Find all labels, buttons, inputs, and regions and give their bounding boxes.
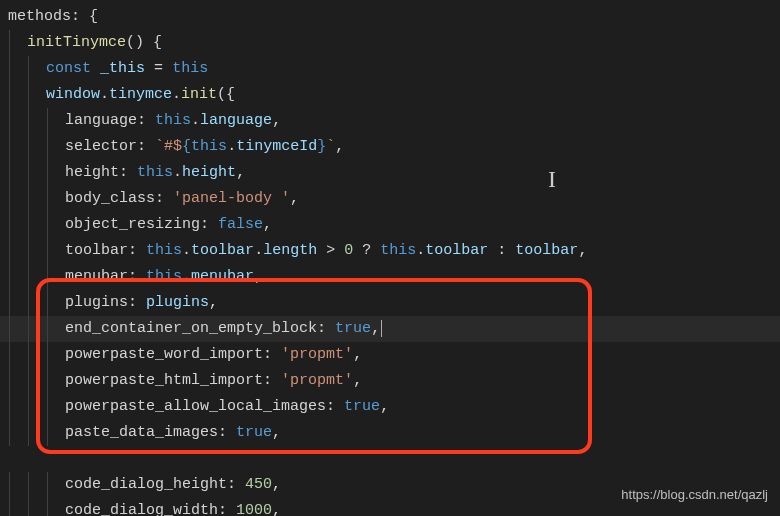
- code-line: powerpaste_html_import: 'propmt',: [0, 368, 780, 394]
- token-prop: methods: [8, 8, 71, 25]
- code-line: const _this = this: [0, 56, 780, 82]
- code-line: selector: `#${this.tinymceId}`,: [0, 134, 780, 160]
- code-line: language: this.language,: [0, 108, 780, 134]
- code-line: object_resizing: false,: [0, 212, 780, 238]
- code-line: methods: {: [0, 4, 780, 30]
- token-fn: initTinymce: [27, 34, 126, 51]
- code-line: powerpaste_word_import: 'propmt',: [0, 342, 780, 368]
- cursor-caret: [381, 320, 391, 337]
- token-keyword: const: [46, 60, 91, 77]
- code-line: powerpaste_allow_local_images: true,: [0, 394, 780, 420]
- code-line: toolbar: this.toolbar.length > 0 ? this.…: [0, 238, 780, 264]
- code-line: initTinymce() {: [0, 30, 780, 56]
- code-line: [0, 446, 780, 472]
- code-line-current: end_container_on_empty_block: true,: [0, 316, 780, 342]
- code-line: window.tinymce.init({: [0, 82, 780, 108]
- code-editor[interactable]: methods: { initTinymce() { const _this =…: [0, 0, 780, 516]
- code-line: body_class: 'panel-body ',: [0, 186, 780, 212]
- token-var: window: [46, 86, 100, 103]
- code-line: menubar: this.menubar,: [0, 264, 780, 290]
- code-line: height: this.height,: [0, 160, 780, 186]
- code-line: plugins: plugins,: [0, 290, 780, 316]
- watermark-text: https://blog.csdn.net/qazlj: [621, 482, 768, 508]
- token-this: this: [172, 60, 208, 77]
- token-var: _this: [100, 60, 145, 77]
- text-cursor-icon: I: [548, 166, 556, 192]
- code-line: paste_data_images: true,: [0, 420, 780, 446]
